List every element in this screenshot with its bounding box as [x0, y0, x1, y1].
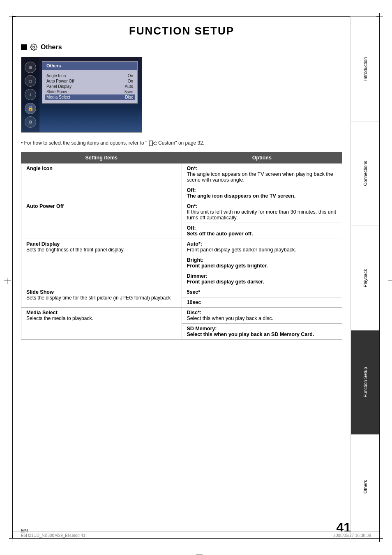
- menu-row-slide: Slide Show5sec: [46, 89, 133, 94]
- left-content: FUNCTION SETUP Others ≡ □ ♪ 🔒 ⚙: [13, 16, 350, 539]
- option-media-disc: Disc*: Select this when you play back a …: [182, 307, 342, 323]
- option-auto-power-off: Off: Sets off the auto power off.: [182, 223, 342, 239]
- screenshot-menu: Others Angle IconOn Auto Power OffOn Pan…: [42, 61, 138, 104]
- setting-slide-show: Slide Show Sets the display time for the…: [21, 287, 182, 307]
- menu-row-auto-power: Auto Power OffOn: [46, 78, 133, 84]
- screenshot-icons-column: ≡ □ ♪ 🔒 ⚙: [21, 57, 39, 132]
- menu-row-media: Media SelectDisc: [45, 94, 135, 100]
- page-border-right: [379, 16, 380, 539]
- option-angle-icon-on: On*: The angle icon appears on the TV sc…: [182, 163, 342, 185]
- option-slide-5sec: 5sec*: [182, 287, 342, 297]
- svg-line-2: [153, 142, 155, 143]
- icon-music: ♪: [25, 89, 36, 100]
- col-header-options: Options: [182, 152, 342, 163]
- table-row: Angle Icon On*: The angle icon appears o…: [21, 163, 342, 185]
- col-header-setting: Setting items: [21, 152, 182, 163]
- custom-icon: [149, 140, 157, 146]
- setting-panel-display: Panel Display Sets the brightness of the…: [21, 239, 182, 287]
- sidebar-item-connections: Connections: [351, 121, 379, 225]
- option-panel-dimmer: Dimmer: Front panel display gets darker.: [182, 271, 342, 287]
- screenshot-menu-body: Angle IconOn Auto Power OffOn Panel Disp…: [42, 70, 137, 103]
- screenshot-menu-header: Others: [42, 62, 137, 70]
- svg-line-4: [155, 142, 157, 143]
- file-info-left: E5H21UD_NB500MS9_EN.indd 41: [21, 533, 85, 538]
- sidebar-item-introduction: Introduction: [351, 16, 379, 121]
- svg-rect-1: [149, 141, 152, 146]
- section-heading: Others: [21, 44, 342, 51]
- sidebar-item-playback: Playback: [351, 226, 379, 330]
- page-title: FUNCTION SETUP: [21, 16, 342, 44]
- option-angle-icon-off: Off: The angle icon disappears on the TV…: [182, 185, 342, 201]
- svg-line-5: [155, 144, 157, 145]
- option-auto-power-on: On*: If this unit is left with no activi…: [182, 201, 342, 223]
- right-sidebar: Introduction Connections Playback Functi…: [350, 16, 379, 539]
- icon-lock: 🔒: [25, 103, 36, 114]
- option-panel-auto: Auto*: Front panel display gets darker d…: [182, 239, 342, 255]
- table-row: Auto Power Off On*: If this unit is left…: [21, 201, 342, 223]
- icon-menu: ≡: [25, 62, 36, 73]
- main-content: FUNCTION SETUP Others ≡ □ ♪ 🔒 ⚙: [13, 16, 379, 539]
- menu-row-panel: Panel DisplayAuto: [46, 84, 133, 89]
- sidebar-item-others: Others: [351, 435, 379, 539]
- table-row: Media Select Selects the media to playba…: [21, 307, 342, 323]
- setting-angle-icon: Angle Icon: [21, 163, 182, 201]
- svg-line-3: [153, 143, 155, 145]
- settings-table: Setting items Options Angle Icon On*: Th…: [21, 152, 342, 340]
- setting-media-select: Media Select Selects the media to playba…: [21, 307, 182, 339]
- table-row: Slide Show Sets the display time for the…: [21, 287, 342, 297]
- sidebar-item-function-setup: Function Setup: [351, 330, 379, 434]
- option-panel-bright: Bright: Front panel display gets brighte…: [182, 255, 342, 271]
- table-row: Panel Display Sets the brightness of the…: [21, 239, 342, 255]
- file-info-right: 2008/05/27 16:38:39: [333, 533, 371, 538]
- section-heading-text: Others: [41, 44, 62, 51]
- note-text: • For how to select the setting items an…: [21, 140, 342, 146]
- option-slide-10sec: 10sec: [182, 297, 342, 307]
- gear-icon: [30, 44, 37, 51]
- icon-box: □: [25, 75, 36, 87]
- icon-gear-small: ⚙: [25, 116, 36, 128]
- heading-black-square: [21, 44, 27, 50]
- menu-row-angle-icon: Angle IconOn: [46, 73, 133, 78]
- svg-point-0: [33, 46, 35, 48]
- setting-auto-power-off: Auto Power Off: [21, 201, 182, 239]
- screenshot-area: ≡ □ ♪ 🔒 ⚙ Others Angle IconOn Auto Power…: [21, 57, 142, 133]
- file-info-bar: E5H21UD_NB500MS9_EN.indd 41 2008/05/27 1…: [13, 531, 379, 538]
- option-media-sd: SD Memory: Select this when you play bac…: [182, 323, 342, 339]
